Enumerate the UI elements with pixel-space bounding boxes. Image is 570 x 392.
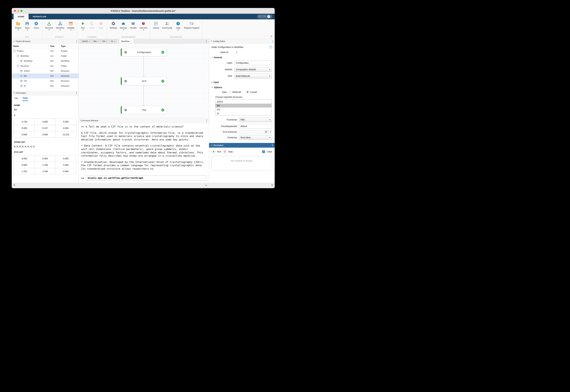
workflow-node-configuration[interactable]: Configuration <box>121 48 167 56</box>
listbox-item-cn[interactable]: CN <box>215 108 271 112</box>
close-icon[interactable] <box>114 40 115 42</box>
collapse-caret-icon[interactable] <box>211 41 212 42</box>
module-dropdown[interactable]: Computation Module <box>234 67 272 72</box>
close-button[interactable]: Close <box>32 21 41 29</box>
close-icon[interactable] <box>106 40 107 42</box>
tree-row-si[interactable]: Si 0x0 Structure <box>12 84 78 88</box>
collapse-caret-icon[interactable] <box>13 41 15 42</box>
close-icon[interactable] <box>131 40 132 42</box>
scroll-left-icon[interactable] <box>14 184 15 186</box>
parallel-button[interactable]: Parallel <box>128 21 138 29</box>
structure-button[interactable]: Structure <box>44 21 55 31</box>
tree-row-project[interactable]: Project 2x1 Project <box>12 49 78 54</box>
row-name: Al2O3 <box>24 70 30 72</box>
settings-button[interactable]: Settings <box>108 21 119 29</box>
collapse-ribbon-icon[interactable] <box>270 36 272 37</box>
workflow-node-plot[interactable]: Plot <box>121 106 167 114</box>
workflow-canvas[interactable]: Configuration SCF Plot <box>79 43 209 118</box>
project-button[interactable]: Project <box>14 21 23 31</box>
simulation-run-button[interactable] <box>211 150 216 154</box>
kebab-menu-icon[interactable] <box>76 92 77 94</box>
label-field[interactable] <box>234 61 272 65</box>
help-button[interactable]: ? Help <box>174 21 183 31</box>
listbox-item-si[interactable]: Si <box>215 112 271 115</box>
radio-crystal-label: Crystal <box>250 91 257 93</box>
tree-row-workflow-folder[interactable]: Workflow 1x1 Folder <box>12 54 78 58</box>
doc-tab-workflow[interactable]: Workflow <box>119 39 134 43</box>
window-title: KSSOLV Toolbox - /Users/liu/Documents/ks… <box>12 10 275 12</box>
close-icon[interactable] <box>89 40 90 42</box>
command-input[interactable] <box>86 175 206 181</box>
section-input[interactable]: Input <box>211 81 272 84</box>
addons-button[interactable]: Add-Ons <box>138 21 149 31</box>
close-icon[interactable] <box>97 40 99 42</box>
zoom-window-button[interactable] <box>20 10 23 12</box>
horizontal-scrollbar[interactable] <box>12 183 275 187</box>
kebab-menu-icon[interactable] <box>272 40 273 42</box>
help-icon[interactable] <box>269 46 272 49</box>
doc-tab-bn[interactable]: BN <box>92 39 101 43</box>
tree-row-structure-folder[interactable]: Structure 4x1 Folder <box>12 64 78 69</box>
column-header-type[interactable]: Type <box>59 44 78 48</box>
help-icon[interactable] <box>267 15 270 18</box>
column-header-name[interactable]: Name <box>12 44 49 48</box>
doc-tab-al2o3[interactable]: Al2O3 <box>80 39 92 43</box>
structure-button-label: Structure <box>45 27 53 29</box>
remote-button[interactable]: Remote <box>119 21 128 31</box>
row-type: Structure <box>59 79 78 83</box>
kebab-menu-icon[interactable] <box>76 40 77 42</box>
tree-row-workflow[interactable]: Workflow 0x0 Workflow <box>12 58 78 64</box>
config-editor-header: Config Editor <box>209 39 275 44</box>
simulation-header[interactable]: Simulation <box>209 143 275 148</box>
collapse-caret-icon[interactable] <box>13 93 15 93</box>
tree-row-al2o3[interactable]: Al2O3 0x0 Structure <box>12 69 78 73</box>
row-size: 1x1 <box>49 54 59 58</box>
task-dropdown[interactable]: Build Molecule <box>234 74 272 78</box>
listbox-item-bn[interactable]: BN <box>215 104 271 108</box>
library-button[interactable]: Library <box>151 21 161 29</box>
run-button[interactable]: Run <box>78 21 88 31</box>
row-type: Structure <box>59 73 78 78</box>
kebab-menu-icon[interactable] <box>272 144 273 147</box>
section-general[interactable]: General <box>211 56 272 59</box>
app-window: KSSOLV Toolbox - /Users/liu/Documents/ks… <box>12 8 275 188</box>
smearing-dropdown[interactable]: fermi-dirac <box>239 135 272 140</box>
tab-info[interactable]: Info <box>14 95 19 101</box>
section-options[interactable]: Options <box>211 86 272 89</box>
functional-dropdown[interactable]: PBE <box>239 117 272 122</box>
save-button[interactable]: Save <box>23 21 32 31</box>
radio-molecule[interactable]: Molecule <box>229 91 241 93</box>
stepper-up-icon[interactable] <box>269 131 272 132</box>
workflow-node-scf[interactable]: SCF <box>121 77 167 85</box>
doc-tab-cn[interactable]: CN <box>101 39 109 43</box>
tab-separator: | <box>20 95 21 101</box>
tree-row-bn[interactable]: BN 0x0 Structure <box>12 73 78 79</box>
scroll-right-icon[interactable] <box>272 184 273 186</box>
tree-row-cn[interactable]: CN 0x0 Structure <box>12 79 78 84</box>
radio-crystal[interactable]: Crystal <box>246 91 257 93</box>
ecut-field[interactable] <box>239 130 272 133</box>
stepper-down-icon[interactable] <box>269 132 272 133</box>
kebab-menu-icon[interactable] <box>206 119 207 122</box>
minimize-window-button[interactable] <box>17 10 19 12</box>
close-window-button[interactable] <box>14 10 16 12</box>
tab-home[interactable]: HOME <box>14 14 29 19</box>
kebab-menu-icon[interactable] <box>206 40 207 42</box>
community-button[interactable]: Community <box>161 21 174 29</box>
simulation-stop-button[interactable] <box>223 150 227 154</box>
tab-data[interactable]: Data <box>22 95 28 101</box>
variable-button[interactable]: Variable <box>66 21 76 31</box>
redo-icon[interactable] <box>263 15 265 18</box>
request-support-button[interactable]: Request Support <box>183 21 201 29</box>
command-window-output[interactable]: >> $ Tell me what a CIF file is in the c… <box>79 123 209 175</box>
pseudopotential-field[interactable] <box>239 124 272 129</box>
column-header-size[interactable]: Size <box>49 44 59 48</box>
workflow-button[interactable]: Workflow <box>55 21 66 31</box>
listbox-item-al2o3[interactable]: Al2O3 <box>215 100 271 104</box>
dock-icon[interactable] <box>205 184 207 186</box>
tab-workflow[interactable]: WORKFLOW <box>29 14 50 19</box>
matrix-cell: 0.000 <box>14 155 35 162</box>
simulation-clear-button[interactable] <box>262 150 266 154</box>
undo-icon[interactable] <box>259 15 261 18</box>
doc-tab-si[interactable]: Si <box>109 39 117 43</box>
